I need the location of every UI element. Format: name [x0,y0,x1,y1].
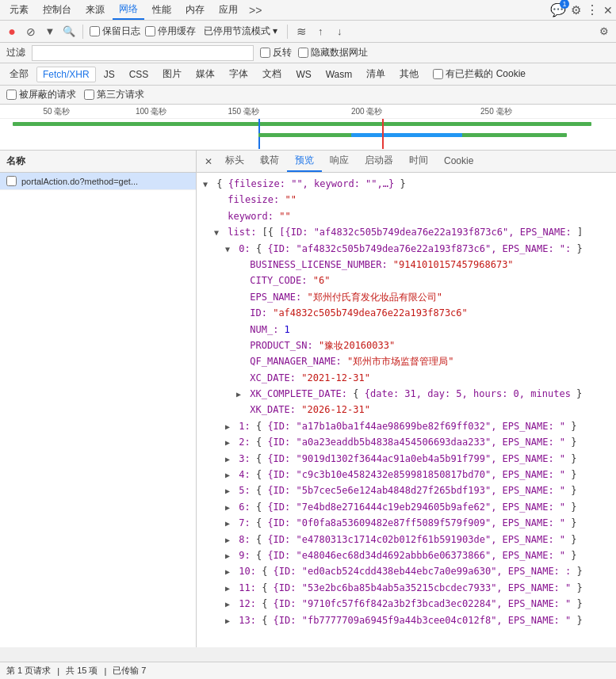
preserve-log-checkbox[interactable]: 保留日志 [90,25,140,38]
rp-tab-preview[interactable]: 预览 [287,151,322,172]
filter-tab-ws[interactable]: WS [289,67,317,82]
main-tab-bar: 元素 控制台 来源 网络 性能 内存 应用 >> 💬 1 ⚙ ⋮ ✕ [0,0,616,21]
item13-triangle[interactable] [225,614,233,628]
list-item-4: 4: { {ID: "c9c3b10e4582432e859981850817b… [203,467,610,483]
disable-cache-input[interactable] [145,26,155,36]
list-item-2: 2: { {ID: "a0a23eaddb5b4838a454506693daa… [203,434,610,450]
xk-complete-triangle[interactable] [236,387,244,401]
preserve-log-input[interactable] [90,26,100,36]
item6-triangle[interactable] [225,501,233,514]
status-bar: 第 1 页请求 | 共 15 项 | 已传输 7 [0,662,616,679]
rp-tab-response[interactable]: 响应 [322,151,357,172]
tab-performance[interactable]: 性能 [146,1,178,19]
filter-tabs-row: 全部 Fetch/XHR JS CSS 图片 媒体 字体 文档 WS Wasm … [0,63,616,86]
download-icon[interactable]: ↓ [332,25,346,39]
tab-network[interactable]: 网络 [113,0,144,20]
keyword-line: keyword: "" [203,208,610,224]
rp-tab-timing[interactable]: 时间 [401,151,436,172]
filter-tab-all[interactable]: 全部 [3,65,35,83]
wifi-icon[interactable]: ≋ [294,25,308,39]
filter-tab-fetch-xhr[interactable]: Fetch/XHR [36,67,96,82]
item1-triangle[interactable] [225,420,233,433]
third-party-input[interactable] [84,90,94,100]
throttle-arrow-icon: ▾ [273,25,277,36]
rp-tab-payload[interactable]: 载荷 [252,151,287,172]
tab-memory[interactable]: 内存 [179,1,211,19]
more-tabs-icon[interactable]: >> [246,2,265,18]
blocked-requests-input[interactable] [6,90,17,100]
timeline-mark-100: 100 毫秒 [136,106,166,117]
request-name: portalAction.do?method=get... [21,177,138,186]
devtools-more-icon[interactable]: ⋮ [586,2,599,17]
list-item-6: 6: { {ID: "7e4bd8e2716444c19eb294605b9af… [203,499,610,515]
filter-tab-img[interactable]: 图片 [156,65,188,83]
invert-checkbox[interactable]: 反转 [260,46,292,59]
filter-tab-css[interactable]: CSS [123,67,155,82]
list-item-12: 12: { {ID: "9710fc57f6f842a3b2f3bcad3ec0… [203,596,610,612]
list-item-8: 8: { {ID: "e4780313c1714c02b012f61b59190… [203,532,610,547]
request-item[interactable]: portalAction.do?method=get... [0,173,196,190]
filter-tab-other[interactable]: 其他 [393,65,425,83]
item2-triangle[interactable] [225,436,233,449]
filter-tab-wasm[interactable]: Wasm [319,67,359,82]
filter-tab-font[interactable]: 字体 [223,65,254,83]
item0-triangle[interactable] [225,242,233,256]
item7-triangle[interactable] [225,517,233,530]
devtools-close-icon[interactable]: ✕ [603,4,613,17]
item8-triangle[interactable] [225,533,233,547]
timeline-blue-bar [351,133,462,137]
throttle-selector[interactable]: 已停用节流模式 ▾ [201,24,281,39]
filter-tab-doc[interactable]: 文档 [256,65,288,83]
separator-2 [287,25,288,39]
rp-tab-initiator[interactable]: 启动器 [357,151,401,172]
network-toolbar: ● ⊘ ▼ 🔍 保留日志 停用缓存 已停用节流模式 ▾ ≋ ↑ ↓ ⚙ [0,21,616,43]
rp-tab-cookie[interactable]: Cookie [436,152,481,171]
item10-triangle[interactable] [225,565,233,578]
item9-triangle[interactable] [225,549,233,563]
root-triangle[interactable] [203,177,211,191]
upload-icon[interactable]: ↑ [313,25,327,39]
tab-sources[interactable]: 来源 [79,1,111,19]
third-party-checkbox[interactable]: 第三方请求 [84,88,144,101]
left-panel-header: 名称 [0,151,196,173]
search-icon[interactable]: 🔍 [62,25,76,39]
blocked-requests-checkbox[interactable]: 被屏蔽的请求 [6,88,76,101]
right-panel: ✕ 标头 载荷 预览 响应 启动器 时间 Cookie { {filesize:… [197,151,616,647]
field-product-sn: PRODUCT_SN: "豫妆20160033" [203,338,610,353]
status-separator: | [57,666,59,676]
invert-input[interactable] [260,48,270,58]
field-license: BUSINESS_LICENSE_NUMBER: "91410101574579… [203,257,610,273]
item11-triangle[interactable] [225,582,233,595]
tab-application[interactable]: 应用 [212,1,244,19]
cookie-filter-input[interactable] [433,69,443,79]
item5-triangle[interactable] [225,484,233,498]
filter-icon[interactable]: ▼ [43,25,57,39]
list-item-1: 1: { {ID: "a17b1a0ba1f44ae98699be82f69ff… [203,418,610,434]
rp-tab-close[interactable]: ✕ [200,153,217,170]
item12-triangle[interactable] [225,597,233,611]
tab-elements[interactable]: 元素 [3,1,35,19]
list-triangle[interactable] [214,226,222,239]
disable-cache-checkbox[interactable]: 停用缓存 [145,25,196,38]
field-xk-date: XK_DATE: "2026-12-31" [203,402,610,418]
cookie-filter-checkbox[interactable]: 有已拦截的 Cookie [433,67,526,81]
devtools-settings-icon[interactable]: ⚙ [571,3,581,17]
filter-tab-media[interactable]: 媒体 [189,65,221,83]
hide-data-url-checkbox[interactable]: 隐藏数据网址 [298,46,368,59]
item4-triangle[interactable] [225,468,233,482]
filter-tab-manifest[interactable]: 清单 [360,65,392,83]
json-preview: { {filesize: "", keyword: "",…} } filesi… [197,173,616,631]
request-checkbox[interactable] [6,176,17,186]
timeline-bar-area [0,119,616,149]
filter-input[interactable] [32,45,254,61]
record-icon[interactable]: ● [5,25,19,39]
rp-tab-headers[interactable]: 标头 [217,151,252,172]
hide-data-url-input[interactable] [298,48,308,58]
stop-icon[interactable]: ⊘ [24,25,38,39]
filter-tab-js[interactable]: JS [98,67,121,82]
timeline-mark-150: 150 毫秒 [228,106,258,117]
network-settings-icon[interactable]: ⚙ [597,25,611,39]
item3-triangle[interactable] [225,452,233,466]
list-item-7: 7: { {ID: "0f0fa8a53609482e87ff5089f579f… [203,515,610,531]
tab-console[interactable]: 控制台 [36,1,78,19]
